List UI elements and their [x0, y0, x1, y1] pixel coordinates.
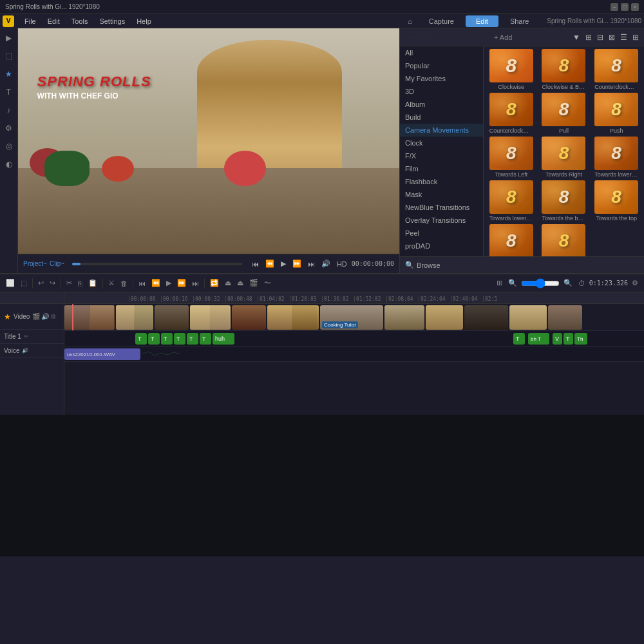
track-video-icon[interactable]: 🎬 — [32, 313, 40, 320]
title-clip-5[interactable]: T — [187, 333, 198, 345]
transition-towards-lower-right[interactable]: 8 Towards lower ri... — [486, 180, 536, 222]
category-flashback[interactable]: Flashback — [400, 175, 483, 188]
view-btn-3[interactable]: ⊠ — [607, 32, 616, 43]
tl-storyboard[interactable]: ⬚ — [19, 278, 29, 289]
video-clip-3[interactable] — [155, 305, 189, 330]
video-clip-6[interactable] — [267, 305, 319, 330]
tl-cut[interactable]: ✂ — [64, 278, 74, 289]
title-clip-1[interactable]: T — [135, 333, 147, 345]
tl-zoom-in[interactable]: 🔍 — [562, 278, 574, 289]
tl-zoom-out[interactable]: 🔍 — [506, 278, 519, 289]
transition-towards-upper-right[interactable]: 8 Towards upper ri... — [539, 224, 589, 256]
tl-split[interactable]: ⚔ — [106, 278, 117, 289]
category-prodad[interactable]: proDAD — [400, 240, 483, 252]
title-clip-t7[interactable]: T — [513, 333, 525, 345]
filter-icon[interactable]: ▼ — [571, 32, 582, 43]
sidebar-text-icon[interactable]: T — [2, 85, 16, 99]
menu-file[interactable]: File — [19, 16, 41, 26]
tab-capture[interactable]: Capture — [419, 15, 464, 27]
category-mask[interactable]: Mask — [400, 188, 483, 201]
menu-edit[interactable]: Edit — [43, 16, 65, 26]
video-clip-4[interactable] — [190, 305, 231, 330]
maximize-button[interactable]: □ — [621, 3, 629, 11]
tl-redo[interactable]: ↪ — [48, 278, 57, 289]
video-track-row[interactable]: Cooking Tutor — [64, 304, 644, 331]
tl-zoom-slider[interactable] — [521, 278, 560, 289]
video-clip-9[interactable] — [426, 305, 463, 330]
transition-towards-upper-left[interactable]: 8 Towards upper left — [486, 224, 536, 256]
title-clip-2[interactable]: T — [148, 333, 160, 345]
category-3d[interactable]: 3D — [400, 85, 483, 98]
tl-settings[interactable]: ⚙ — [630, 278, 640, 289]
play-button[interactable]: ▶ — [279, 258, 288, 269]
menu-tools[interactable]: Tools — [66, 16, 93, 26]
tl-step-back[interactable]: ⏪ — [149, 278, 162, 289]
transition-pull[interactable]: 8 Pull — [539, 93, 589, 134]
category-clock[interactable]: Clock — [400, 137, 483, 149]
transition-towards-right[interactable]: 8 Towards Right — [539, 137, 589, 178]
tl-step-fwd[interactable]: ⏩ — [175, 278, 188, 289]
tl-clock[interactable]: ⏱ — [576, 278, 587, 289]
category-popular[interactable]: Popular — [400, 59, 483, 72]
step-fwd-button[interactable]: ⏩ — [290, 258, 303, 269]
sidebar-color-icon[interactable]: ◐ — [2, 157, 16, 171]
title-clip-th[interactable]: Th — [574, 333, 587, 345]
minimize-button[interactable]: – — [611, 3, 618, 11]
sidebar-audio-icon[interactable]: ♪ — [2, 103, 16, 117]
view-list-btn[interactable]: ☰ — [619, 32, 629, 43]
transition-counterclockwise2[interactable]: 8 Counterclockwise... — [486, 93, 536, 134]
category-film[interactable]: Film — [400, 162, 483, 175]
tl-delete[interactable]: 🗑 — [118, 278, 129, 289]
video-clip-cooking[interactable]: Cooking Tutor — [320, 305, 383, 330]
tl-paste[interactable]: 📋 — [86, 278, 99, 289]
transition-push[interactable]: 8 Push — [591, 93, 641, 134]
video-clip-8[interactable] — [384, 305, 424, 330]
close-button[interactable]: × — [631, 3, 639, 11]
view-btn-1[interactable]: ⊞ — [584, 32, 593, 43]
tl-loop[interactable]: 🔁 — [208, 278, 221, 289]
tl-copy[interactable]: ⎘ — [76, 278, 84, 289]
category-camera-movements[interactable]: Camera Movements — [400, 124, 483, 137]
tl-smart-proxy[interactable]: 🎬 — [247, 278, 260, 289]
add-button[interactable]: + Add — [491, 32, 515, 43]
tl-undo[interactable]: ↩ — [36, 278, 46, 289]
tl-play-start[interactable]: ⏮ — [137, 278, 147, 289]
title-clip-6[interactable]: T — [200, 333, 211, 345]
tab-home[interactable]: ⌂ — [402, 15, 417, 27]
prev-frame-button[interactable]: ⏮ — [250, 259, 261, 269]
preview-timeline-bar[interactable] — [72, 263, 242, 265]
transition-counterclockwise[interactable]: 8 Counterclockwise — [591, 49, 641, 90]
category-album[interactable]: Album — [400, 98, 483, 111]
category-fx[interactable]: F/X — [400, 149, 483, 162]
tl-add-media[interactable]: ⬜ — [4, 278, 17, 289]
category-overlay[interactable]: Overlay Transitions — [400, 214, 483, 227]
transition-towards-top[interactable]: 8 Towards the top — [591, 180, 641, 222]
title1-track-row[interactable]: T T T T T T huh T bh T V T Th — [64, 331, 644, 346]
video-clip-5[interactable] — [232, 305, 266, 330]
tl-play-end[interactable]: ⏭ — [190, 278, 201, 289]
transition-towards-bottom[interactable]: 8 Towards the bott... — [539, 180, 589, 222]
category-build[interactable]: Build — [400, 111, 483, 124]
sidebar-motion-icon[interactable]: ◎ — [2, 139, 16, 153]
title-clip-t8[interactable]: T — [564, 333, 573, 345]
category-all[interactable]: All — [400, 46, 483, 59]
menu-settings[interactable]: Settings — [94, 16, 130, 26]
title-clip-bht[interactable]: bh T — [528, 333, 549, 345]
view-btn-2[interactable]: ⊟ — [596, 32, 605, 43]
sidebar-media-icon[interactable]: ▶ — [2, 31, 16, 45]
menu-help[interactable]: Help — [131, 16, 156, 26]
category-peel[interactable]: Peel — [400, 227, 483, 240]
category-newblue[interactable]: NewBlue Transitions — [400, 201, 483, 214]
tl-mark-in[interactable]: ⏏ — [223, 278, 233, 289]
title-clip-huh[interactable]: huh — [213, 333, 234, 345]
tl-mark-out[interactable]: ⏏ — [235, 278, 245, 289]
tl-zoom-fit[interactable]: ⊞ — [495, 278, 504, 289]
transition-towards-left[interactable]: 8 Towards Left — [486, 137, 536, 178]
sidebar-tools-icon[interactable]: ⚙ — [2, 121, 16, 135]
view-grid-btn[interactable]: ⊞ — [631, 32, 640, 43]
sidebar-effects-icon[interactable]: ★ — [2, 67, 16, 81]
title-clip-v[interactable]: V — [553, 333, 562, 345]
category-favorites[interactable]: My Favorites — [400, 72, 483, 85]
video-clip-2[interactable] — [116, 305, 153, 330]
tl-play[interactable]: ▶ — [164, 278, 173, 289]
